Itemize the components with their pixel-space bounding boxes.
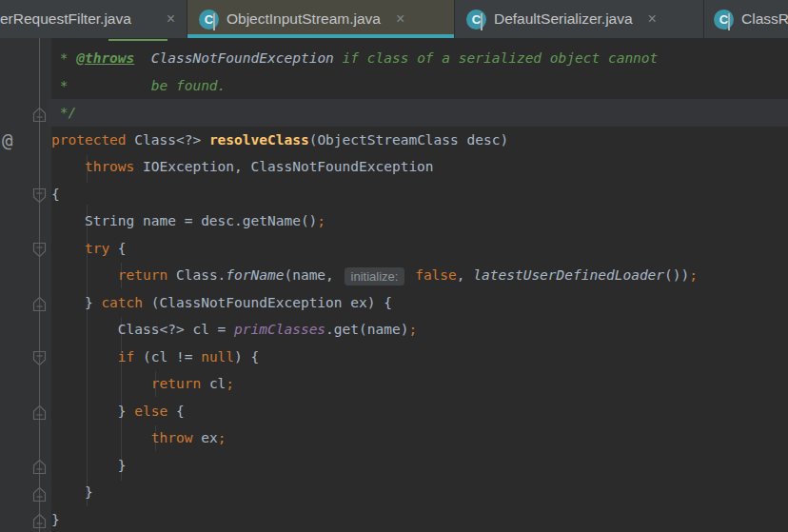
code-text: throw ex; — [51, 424, 788, 452]
gutter-cell — [0, 235, 51, 263]
code-line[interactable]: return cl; — [0, 370, 788, 398]
code-token: cl — [201, 376, 226, 391]
code-token: Class. — [167, 267, 226, 283]
code-token — [51, 241, 85, 256]
gutter-cell — [0, 181, 51, 208]
fold-marker-icon[interactable] — [32, 484, 47, 501]
code-token: } — [51, 295, 101, 310]
code-line[interactable]: { — [0, 181, 788, 208]
code-token: catch — [101, 295, 143, 310]
code-token: if class of a serialized object cannot — [334, 50, 658, 66]
code-token: String name = desc.getName() — [51, 213, 317, 228]
code-text: return cl; — [51, 370, 788, 398]
code-token: ex — [192, 430, 217, 445]
gutter-cell — [0, 72, 51, 100]
fold-marker-icon[interactable] — [32, 105, 47, 121]
gutter-cell — [0, 153, 51, 181]
tab-defaultserializer[interactable]: C DefaultSerializer.java × — [455, 0, 704, 38]
code-line[interactable]: throw ex; — [0, 424, 788, 452]
code-editor[interactable]: * @throws ClassNotFoundException if clas… — [0, 38, 788, 532]
code-token — [51, 159, 85, 174]
fold-marker-icon[interactable] — [32, 240, 47, 256]
fold-marker-icon[interactable] — [32, 348, 47, 365]
code-token: throws — [85, 159, 134, 174]
gutter-cell — [0, 506, 51, 532]
gutter-cell — [0, 452, 51, 480]
code-line[interactable]: return Class.forName(name, initialize: f… — [0, 262, 788, 289]
tab-label: ObjectInputStream.java — [227, 10, 381, 28]
code-token: ; — [218, 430, 227, 445]
code-text: String name = desc.getName(); — [51, 207, 788, 235]
code-token: (cl != — [134, 349, 201, 365]
fold-marker-icon[interactable] — [32, 511, 47, 527]
code-token: return — [151, 376, 201, 391]
tab-classr[interactable]: C ClassR — [704, 0, 788, 38]
code-line[interactable]: Class<?> cl = primClasses.get(name); — [0, 316, 788, 344]
code-token: * — [51, 50, 76, 66]
code-token: (ObjectStreamClass desc) — [309, 132, 509, 148]
parameter-hint-badge: initialize: — [345, 267, 405, 286]
code-line[interactable]: */ — [0, 99, 788, 127]
code-token: resolveClass — [209, 132, 309, 148]
close-icon[interactable]: × — [396, 11, 404, 27]
tab-objectinputstream[interactable]: C ObjectInputStream.java × — [187, 0, 455, 38]
lock-icon — [213, 14, 221, 31]
close-icon[interactable]: × — [167, 11, 175, 27]
code-text: } — [51, 452, 788, 480]
code-token: */ — [51, 105, 76, 120]
code-text: Class<?> cl = primClasses.get(name); — [51, 316, 788, 344]
code-line[interactable]: } — [0, 479, 788, 506]
lock-icon — [728, 14, 736, 31]
code-token: false — [415, 267, 457, 283]
code-token: { — [109, 241, 126, 256]
code-token: .get(name) — [325, 322, 408, 337]
code-token: Class<?> cl = — [51, 322, 234, 337]
code-token: throw — [151, 430, 193, 445]
code-text: */ — [48, 99, 788, 127]
code-line[interactable]: String name = desc.getName(); — [0, 207, 788, 235]
code-rows: * @throws ClassNotFoundException if clas… — [0, 38, 788, 532]
code-token: ; — [226, 376, 234, 391]
tab-errequestfilter[interactable]: erRequestFilter.java × — [0, 0, 187, 38]
code-text: } — [51, 506, 788, 532]
code-token: (ClassNotFoundException ex) { — [143, 295, 392, 310]
code-text: } catch (ClassNotFoundException ex) { — [51, 289, 788, 317]
code-line[interactable]: * be found. — [0, 72, 788, 100]
code-line[interactable]: if (cl != null) { — [0, 344, 788, 371]
code-line[interactable]: } catch (ClassNotFoundException ex) { — [0, 289, 788, 317]
override-method-gutter-icon[interactable]: @ — [2, 127, 12, 154]
gutter-cell — [0, 344, 51, 371]
code-token: , — [457, 267, 473, 283]
code-token: { — [167, 404, 184, 419]
fold-marker-icon[interactable] — [32, 186, 47, 202]
code-line[interactable]: } else { — [0, 398, 788, 425]
gutter-cell — [0, 479, 51, 506]
code-token: (name, — [284, 267, 342, 283]
code-line[interactable]: } — [0, 506, 788, 532]
gutter-cell — [0, 262, 51, 289]
java-class-icon: C — [714, 10, 734, 30]
code-token: primClasses — [234, 322, 325, 337]
code-line[interactable]: * @throws ClassNotFoundException if clas… — [0, 45, 788, 72]
code-line[interactable]: try { — [0, 235, 788, 263]
code-line[interactable]: } — [0, 452, 788, 480]
code-token — [51, 376, 151, 391]
code-text: } — [51, 479, 788, 506]
code-token: ClassNotFoundException — [151, 50, 334, 66]
code-token: ) { — [234, 349, 259, 365]
code-token: } — [51, 404, 134, 419]
code-text: return Class.forName(name, initialize: f… — [51, 262, 788, 289]
gutter-cell — [0, 289, 51, 317]
fold-marker-icon[interactable] — [32, 403, 47, 419]
gutter-cell: @ — [0, 127, 51, 154]
editor-tab-bar: erRequestFilter.java × C ObjectInputStre… — [0, 0, 788, 38]
code-token: if — [118, 349, 134, 365]
fold-marker-icon[interactable] — [32, 457, 47, 473]
code-line[interactable]: @protected Class<?> resolveClass(ObjectS… — [0, 127, 788, 154]
fold-marker-icon[interactable] — [32, 294, 47, 310]
code-text: throws IOException, ClassNotFoundExcepti… — [51, 153, 788, 181]
gutter-cell — [0, 370, 51, 398]
code-token: protected — [51, 132, 127, 148]
close-icon[interactable]: × — [648, 11, 657, 27]
code-line[interactable]: throws IOException, ClassNotFoundExcepti… — [0, 153, 788, 181]
